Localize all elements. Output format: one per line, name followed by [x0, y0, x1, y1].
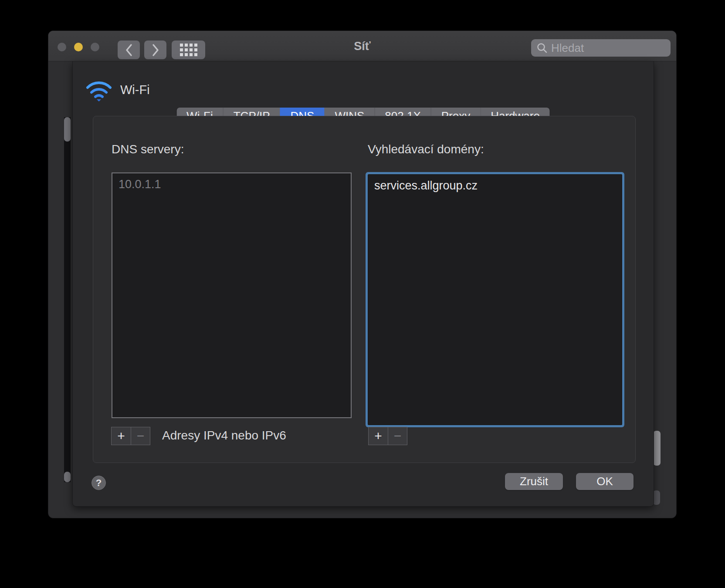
close-button[interactable] [58, 43, 66, 51]
ok-button[interactable]: OK [576, 473, 634, 490]
search-field[interactable] [531, 39, 671, 57]
dns-address-hint: Adresy IPv4 nebo IPv6 [162, 429, 286, 443]
connection-header: Wi-Fi [85, 74, 150, 105]
back-button[interactable] [118, 41, 140, 59]
dns-panel: DNS servery: Vyhledávací domény: 10.0.1.… [93, 116, 636, 463]
grid-icon [180, 44, 197, 56]
background-scrollbar-track [64, 117, 71, 482]
maximize-button[interactable] [91, 43, 99, 51]
domain-remove-button[interactable]: − [388, 427, 407, 445]
dns-servers-list[interactable]: 10.0.1.1 [112, 172, 352, 418]
background-scrollbar-handle-bottom[interactable] [64, 472, 71, 482]
help-button[interactable]: ? [91, 476, 106, 490]
domain-add-button[interactable]: + [369, 427, 388, 445]
search-domain-item[interactable]: services.allgroup.cz [368, 175, 622, 197]
dns-add-remove-group: + − [111, 427, 150, 445]
background-scrollbar-handle[interactable] [64, 117, 71, 142]
network-preferences-window: Síť Wi-Fi [48, 30, 677, 518]
connection-name: Wi-Fi [120, 83, 150, 97]
search-domains-list[interactable]: services.allgroup.cz [368, 174, 622, 425]
search-icon [536, 42, 548, 54]
show-all-button[interactable] [172, 41, 205, 59]
titlebar: Síť [48, 31, 676, 61]
dns-server-item[interactable]: 10.0.1.1 [112, 173, 351, 196]
wifi-dns-sheet: Wi-Fi Wi-Fi TCP/IP DNS WINS 802.1X Proxy… [72, 61, 654, 507]
chevron-left-icon [125, 43, 133, 57]
background-right-scrollbar-handle[interactable] [653, 431, 661, 466]
dns-add-button[interactable]: + [112, 427, 131, 445]
search-domains-label: Vyhledávací domény: [368, 142, 484, 156]
forward-button[interactable] [144, 41, 166, 59]
cancel-button[interactable]: Zrušit [505, 473, 563, 490]
domains-add-remove-group: + − [368, 427, 407, 445]
minimize-button[interactable] [74, 43, 83, 51]
dns-remove-button[interactable]: − [131, 427, 150, 445]
wifi-icon [85, 78, 112, 101]
search-input[interactable] [551, 41, 665, 55]
chevron-right-icon [151, 43, 160, 57]
dns-servers-label: DNS servery: [112, 142, 184, 156]
